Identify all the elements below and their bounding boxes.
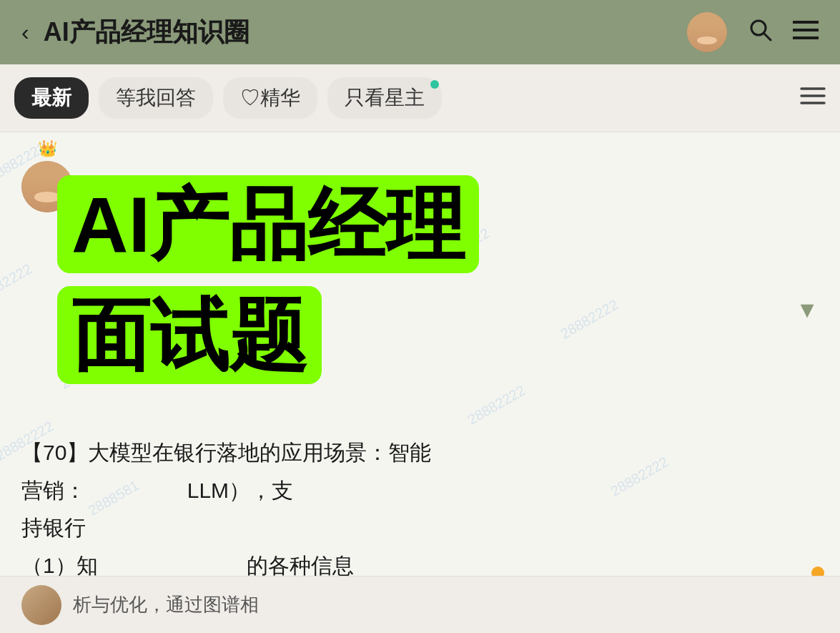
hamburger-menu-icon[interactable]	[793, 17, 819, 47]
crown-icon: 👑	[38, 139, 57, 158]
title-line-2: 面试题	[57, 286, 322, 384]
back-button[interactable]: ‹	[21, 19, 29, 46]
teaser-text: 析与优化，通过图谱相	[73, 592, 259, 617]
tab-bar: 最新 等我回答 ♡精华 只看星主	[0, 64, 840, 132]
author-avatar[interactable]	[21, 161, 73, 212]
page-title: AI产品经理知识圈	[44, 15, 673, 50]
tab-featured[interactable]: ♡精华	[223, 77, 317, 119]
tab-waiting[interactable]: 等我回答	[99, 77, 213, 119]
bottom-teaser: 析与优化，通过图谱相	[0, 576, 840, 633]
tab-latest[interactable]: 最新	[14, 77, 89, 119]
tab-menu-icon[interactable]	[800, 85, 826, 112]
post-text-line2: 营销： LLM），支	[21, 479, 293, 502]
main-content: 👑 AI产品经理 面试题 【70】大模型在银行落地的应用场景：智能 营销： LL…	[0, 132, 840, 633]
user-avatar[interactable]	[687, 12, 727, 52]
svg-line-1	[764, 33, 771, 40]
header: ‹ AI产品经理知识圈	[0, 0, 840, 64]
search-icon[interactable]	[747, 16, 773, 49]
tab-star[interactable]: 只看星主	[327, 77, 442, 119]
header-icons	[687, 12, 819, 52]
teaser-avatar	[21, 585, 61, 625]
notification-dot	[430, 80, 439, 89]
dropdown-arrow-icon[interactable]: ▼	[796, 297, 819, 323]
post-header: 👑	[21, 149, 819, 212]
post-text-line3: 持银行	[21, 516, 86, 539]
post-text-line1: 【70】大模型在银行落地的应用场景：智能	[21, 441, 431, 464]
post-text-line4: （1）知 的各种信息	[21, 554, 354, 577]
